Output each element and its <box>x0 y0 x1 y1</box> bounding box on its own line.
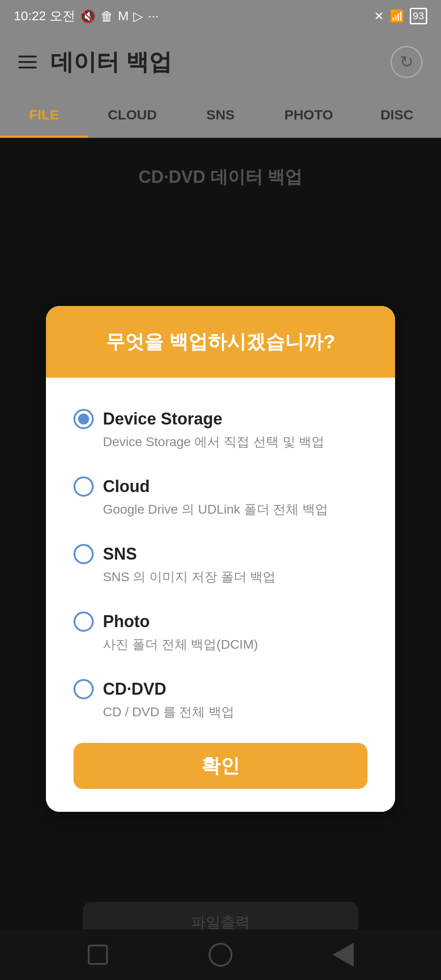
tab-bar: FILE CLOUD SNS PHOTO DISC <box>0 92 441 138</box>
option-desc-cddvd: CD / DVD 를 전체 백업 <box>103 703 368 721</box>
dialog-body: Device Storage Device Storage 에서 직접 선택 및… <box>46 378 395 812</box>
trash-icon: 🗑 <box>101 9 113 24</box>
option-title-cddvd: CD·DVD <box>103 680 166 699</box>
tab-cloud[interactable]: CLOUD <box>88 92 176 138</box>
mail-icon: M <box>118 9 129 23</box>
status-bar: 10:22 오전 🔇 🗑 M ▷ ··· ✕ 📶 93 <box>0 0 441 32</box>
option-cloud[interactable]: Cloud Google Drive 의 UDLink 폴더 전체 백업 <box>74 464 368 531</box>
tab-file[interactable]: FILE <box>0 92 88 138</box>
option-device-storage[interactable]: Device Storage Device Storage 에서 직접 선택 및… <box>74 396 368 464</box>
refresh-button[interactable]: ↻ <box>390 46 423 78</box>
dialog-header-text: 무엇을 백업하시겠습니까? <box>106 331 335 352</box>
radio-cloud[interactable] <box>74 476 94 497</box>
signal-icon: 🔇 <box>80 9 96 24</box>
option-cddvd[interactable]: CD·DVD CD / DVD 를 전체 백업 <box>74 666 368 734</box>
option-sns[interactable]: SNS SNS 의 이미지 저장 폴더 백업 <box>74 531 368 599</box>
option-header-cddvd: CD·DVD <box>74 679 368 699</box>
page-wrapper: 10:22 오전 🔇 🗑 M ▷ ··· ✕ 📶 93 데이터 백업 ↻ <box>0 0 441 980</box>
menu-button[interactable] <box>18 56 37 68</box>
tab-disc[interactable]: DISC <box>353 92 441 138</box>
tab-sns[interactable]: SNS <box>176 92 265 138</box>
dialog-header: 무엇을 백업하시겠습니까? <box>46 306 395 378</box>
app-bar: 데이터 백업 ↻ <box>0 32 441 92</box>
option-desc-sns: SNS 의 이미지 저장 폴더 백업 <box>103 568 368 586</box>
option-header-sns: SNS <box>74 544 368 564</box>
option-photo[interactable]: Photo 사진 폴더 전체 백업(DCIM) <box>74 599 368 666</box>
dots-icon: ··· <box>148 9 158 23</box>
option-title-device-storage: Device Storage <box>103 409 222 429</box>
dialog: 무엇을 백업하시겠습니까? Device Storage Device Stor… <box>46 306 395 812</box>
option-title-sns: SNS <box>103 544 137 564</box>
battery-icon: 93 <box>410 8 427 24</box>
option-header-cloud: Cloud <box>74 476 368 497</box>
option-desc-device-storage: Device Storage 에서 직접 선택 및 백업 <box>103 433 368 451</box>
app-title: 데이터 백업 <box>51 47 172 78</box>
option-title-cloud: Cloud <box>103 477 150 496</box>
content-area: CD·DVD 데이터 백업 무엇을 백업하시겠습니까? Device Stora… <box>0 138 441 980</box>
play-icon: ▷ <box>133 9 143 24</box>
option-title-photo: Photo <box>103 612 150 631</box>
hamburger-line <box>18 67 37 68</box>
status-left: 10:22 오전 🔇 🗑 M ▷ ··· <box>14 7 159 25</box>
option-header-photo: Photo <box>74 612 368 632</box>
x-icon: ✕ <box>374 9 384 23</box>
radio-photo[interactable] <box>74 612 94 632</box>
hamburger-line <box>18 61 37 63</box>
tab-photo[interactable]: PHOTO <box>265 92 353 138</box>
confirm-button[interactable]: 확인 <box>74 743 368 789</box>
wifi-icon: 📶 <box>390 9 404 23</box>
option-desc-photo: 사진 폴더 전체 백업(DCIM) <box>103 635 368 653</box>
radio-device-storage[interactable] <box>74 409 94 429</box>
radio-inner-device-storage <box>78 414 89 425</box>
status-right: ✕ 📶 93 <box>374 8 427 24</box>
option-desc-cloud: Google Drive 의 UDLink 폴더 전체 백업 <box>103 500 368 518</box>
radio-sns[interactable] <box>74 544 94 564</box>
option-header-device-storage: Device Storage <box>74 409 368 429</box>
radio-cddvd[interactable] <box>74 679 94 699</box>
app-bar-left: 데이터 백업 <box>18 47 172 78</box>
refresh-icon: ↻ <box>400 52 413 72</box>
hamburger-line <box>18 56 37 57</box>
time-display: 10:22 오전 <box>14 7 75 25</box>
